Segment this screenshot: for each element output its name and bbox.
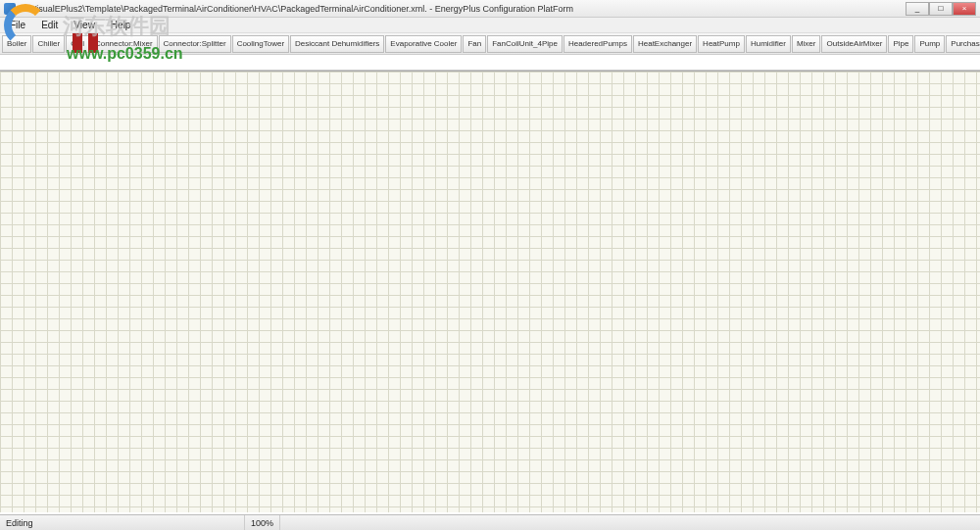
window-title: D:\VisualEPlus2\Template\PackagedTermina… (20, 4, 906, 14)
tool-desiccant-dehumidifiers[interactable]: Desiccant Dehumidifiers (290, 35, 384, 53)
minimize-button[interactable]: _ (906, 2, 929, 16)
tool-coil[interactable]: Coil (66, 35, 89, 53)
tool-outside-air-mixer[interactable]: OutsideAirMixer (821, 35, 887, 53)
tool-boiler[interactable]: Boiler (2, 35, 31, 53)
menu-edit[interactable]: Edit (33, 19, 66, 31)
tool-heat-exchanger[interactable]: HeatExchanger (633, 35, 697, 53)
statusbar: Editing 100% (0, 514, 980, 530)
tool-heat-pump[interactable]: HeatPump (698, 35, 745, 53)
ruler-area (0, 55, 980, 71)
menu-file[interactable]: File (2, 19, 33, 31)
window-controls: _ □ × (906, 2, 976, 16)
tool-connector-splitter[interactable]: Connector:Splitter (159, 35, 231, 53)
app-icon (4, 3, 16, 15)
menu-view[interactable]: View (66, 19, 103, 31)
tool-connector-mixer[interactable]: Connector:Mixer (90, 35, 158, 53)
tool-evaporative-cooler[interactable]: Evaporative Cooler (385, 35, 462, 53)
tool-chiller[interactable]: Chiller (32, 35, 65, 53)
status-mode: Editing (0, 515, 245, 530)
tool-pump[interactable]: Pump (914, 35, 945, 53)
tool-mixer[interactable]: Mixer (792, 35, 821, 53)
component-toolbar: Boiler Chiller Coil Connector:Mixer Conn… (0, 33, 980, 55)
maximize-button[interactable]: □ (929, 2, 953, 16)
tool-cooling-tower[interactable]: CoolingTower (232, 35, 289, 53)
tool-fan[interactable]: Fan (463, 35, 486, 53)
menu-help[interactable]: Help (103, 19, 139, 31)
menubar: File Edit View Help (0, 18, 980, 33)
tool-fancoil-4pipe[interactable]: FanCoilUnit_4Pipe (487, 35, 563, 53)
design-canvas[interactable] (0, 71, 980, 512)
status-zoom: 100% (245, 515, 280, 530)
window-titlebar: D:\VisualEPlus2\Template\PackagedTermina… (0, 0, 980, 18)
tool-purchased[interactable]: Purchased (946, 35, 980, 53)
tool-headered-pumps[interactable]: HeaderedPumps (564, 35, 632, 53)
tool-humidifier[interactable]: Humidifier (746, 35, 791, 53)
tool-pipe[interactable]: Pipe (888, 35, 913, 53)
close-button[interactable]: × (953, 2, 976, 16)
